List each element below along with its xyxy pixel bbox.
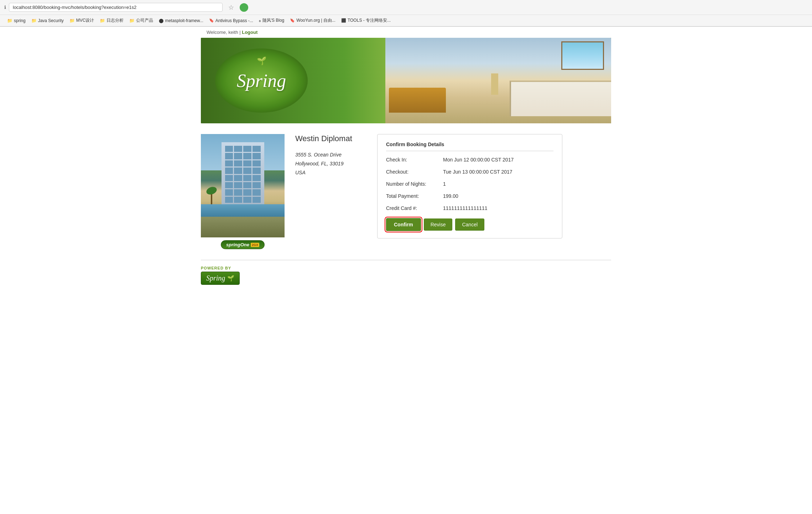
folder-icon: 📁 [100, 18, 105, 23]
springone-badge: springOne 2GX [201, 240, 285, 249]
hero-banner: 🌱 Spring [201, 38, 611, 123]
bookmark-label: TOOLS - 专注网络安... [348, 17, 391, 24]
room-illustration [385, 38, 611, 123]
checkout-label: Checkout: [386, 169, 443, 175]
springone-text: springOne [226, 242, 249, 247]
checkin-row: Check In: Mon Jun 12 00:00:00 CST 2017 [386, 157, 553, 163]
payment-value: 199.00 [443, 193, 458, 199]
bookmark-icon: 🔖 [209, 18, 214, 23]
payment-row: Total Payment: 199.00 [386, 193, 553, 199]
welcome-bar: Welcome, keith | Logout [201, 27, 611, 38]
bookmark-blog[interactable]: ♠ 随风'S Blog [256, 16, 287, 25]
building [222, 142, 264, 206]
bookmark-label: Antivirus Bypass -... [215, 18, 253, 23]
bookmark-mvc[interactable]: 📁 MVC设计 [67, 16, 97, 25]
hotel-image-wrapper: springOne 2GX [201, 134, 285, 249]
nights-row: Number of Nights: 1 [386, 181, 553, 187]
room-window [561, 41, 604, 70]
bookmark-label: Java Security [38, 18, 64, 23]
address-bar[interactable]: localhost:8080/booking-mvc/hotels/bookin… [9, 3, 223, 12]
page-content: Welcome, keith | Logout 🌱 Spring [0, 27, 812, 285]
spring-logo-oval: 🌱 Spring [215, 48, 308, 113]
folder-icon: 📁 [129, 18, 135, 23]
bookmark-label: WooYun.org | 自由... [296, 17, 335, 24]
ground [201, 217, 285, 237]
checkout-row: Checkout: Tue Jun 13 00:00:00 CST 2017 [386, 169, 553, 175]
bookmark-label: 公司产品 [136, 17, 153, 24]
bookmark-antivirus[interactable]: 🔖 Antivirus Bypass -... [206, 17, 256, 24]
tools-icon: ⬛ [341, 18, 346, 23]
bookmark-label: metasploit-framew... [165, 18, 203, 23]
hotel-image [201, 134, 285, 237]
spade-icon: ♠ [259, 19, 261, 23]
booking-box-title: Confirm Booking Details [386, 142, 553, 151]
footer: POWERED BY Spring 🌱 [201, 266, 611, 285]
nights-label: Number of Nights: [386, 181, 443, 187]
folder-icon: 📁 [7, 18, 12, 23]
address-line2: Hollywood, FL, 33019 [295, 159, 366, 168]
booking-details-box: Confirm Booking Details Check In: Mon Ju… [377, 134, 562, 238]
bookmark-label: 日志分析 [106, 17, 124, 24]
footer-leaf-icon: 🌱 [227, 275, 234, 282]
hotel-address: 3555 S. Ocean Drive Hollywood, FL, 33019… [295, 150, 366, 178]
github-icon: ⬤ [159, 18, 163, 23]
checkin-value: Mon Jun 12 00:00:00 CST 2017 [443, 157, 514, 163]
bookmark-label: spring [14, 18, 26, 23]
spring-logo-text: Spring [237, 70, 286, 91]
footer-divider [201, 260, 611, 260]
main-content: springOne 2GX Westin Diplomat 3555 S. Oc… [201, 134, 611, 249]
bookmark-spring[interactable]: 📁 spring [4, 17, 28, 24]
room-sofa [389, 88, 446, 113]
revise-button[interactable]: Revise [424, 219, 453, 231]
bookmark-label: MVC设计 [76, 17, 94, 24]
cc-value: 1111111111111111 [443, 205, 488, 211]
bookmark-label: 随风'S Blog [262, 17, 285, 24]
nights-value: 1 [443, 181, 446, 187]
hotel-name: Westin Diplomat [295, 134, 366, 143]
cc-row: Credit Card #: 1111111111111111 [386, 205, 553, 211]
confirm-button[interactable]: Confirm [386, 218, 421, 231]
building-windows [225, 146, 261, 203]
logout-link[interactable]: Logout [242, 30, 257, 35]
bookmark-logs[interactable]: 📁 日志分析 [97, 16, 126, 25]
bookmark-company[interactable]: 📁 公司产品 [126, 16, 156, 25]
bookmark-metasploit[interactable]: ⬤ metasploit-framew... [156, 17, 206, 24]
payment-label: Total Payment: [386, 193, 443, 199]
address-line3: USA [295, 168, 366, 177]
bookmark-wooyun[interactable]: 🔖 WooYun.org | 自由... [287, 16, 338, 25]
leaf-icon: 🌱 [257, 56, 266, 66]
folder-icon: 📁 [69, 18, 75, 23]
hotel-info: Westin Diplomat 3555 S. Ocean Drive Holl… [295, 134, 366, 178]
bookmark-tools[interactable]: ⬛ TOOLS - 专注网络安... [338, 16, 394, 25]
room-lamp [491, 73, 498, 95]
bookmarks-bar: 📁 spring 📁 Java Security 📁 MVC设计 📁 日志分析 … [0, 15, 812, 26]
bookmark-java-security[interactable]: 📁 Java Security [28, 17, 67, 24]
checkin-label: Check In: [386, 157, 443, 163]
security-icon: ℹ [4, 5, 6, 10]
room-bed [510, 81, 611, 116]
checkout-value: Tue Jun 13 00:00:00 CST 2017 [443, 169, 512, 175]
folder-icon: 📁 [31, 18, 37, 23]
pool [201, 204, 285, 217]
browser-status-icon [240, 3, 248, 12]
bookmark-star-icon[interactable]: ☆ [228, 4, 234, 11]
powered-by-spring-logo: Spring 🌱 [201, 272, 240, 285]
footer-spring-text: Spring [206, 274, 225, 282]
browser-chrome: ℹ localhost:8080/booking-mvc/hotels/book… [0, 0, 812, 27]
address-bar-row: ℹ localhost:8080/booking-mvc/hotels/book… [0, 0, 812, 15]
bookmark-icon: 🔖 [290, 18, 295, 23]
powered-by-text: POWERED BY [201, 266, 611, 270]
cancel-button[interactable]: Cancel [455, 219, 484, 231]
booking-actions: Confirm Revise Cancel [386, 218, 553, 231]
welcome-text: Welcome, keith | [207, 30, 242, 35]
address-line1: 3555 S. Ocean Drive [295, 150, 366, 159]
cc-label: Credit Card #: [386, 205, 443, 211]
springone-badge-label: 2GX [251, 243, 259, 247]
springone-logo: springOne 2GX [221, 240, 265, 249]
